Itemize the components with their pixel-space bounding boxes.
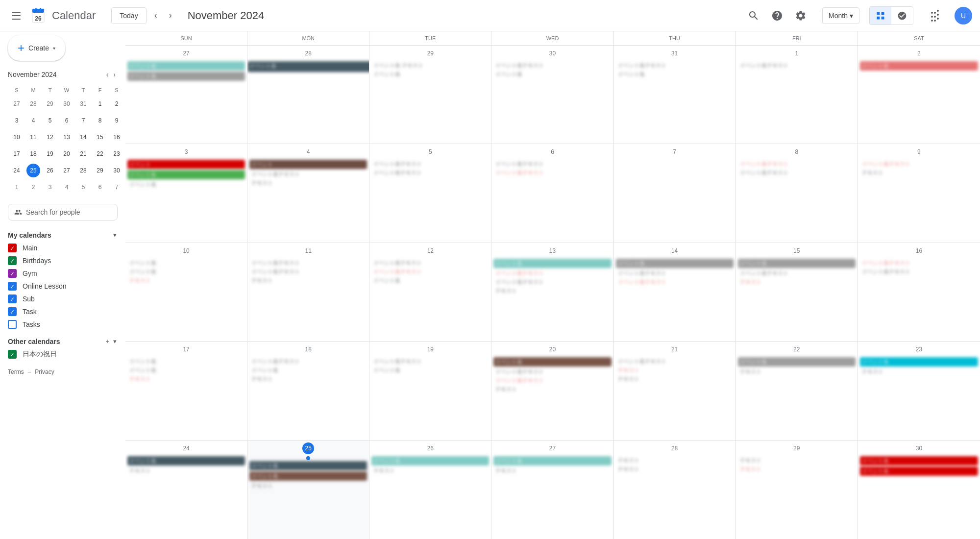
day-22[interactable]: 22 イベント名 テキスト bbox=[736, 342, 858, 440]
mini-cal-day[interactable]: 31 bbox=[76, 97, 90, 111]
create-button[interactable]: + Create ▾ bbox=[8, 35, 65, 61]
mini-cal-day[interactable]: 4 bbox=[60, 180, 74, 194]
day-14[interactable]: 14 イベント名 イベント名テキスト イベント名テキスト bbox=[614, 243, 736, 341]
event-w5d2-allday[interactable]: イベント名 bbox=[249, 461, 367, 470]
mini-cal-next[interactable]: › bbox=[111, 69, 118, 80]
mini-cal-day-cell[interactable]: 28 bbox=[75, 163, 91, 178]
day-number-nov2[interactable]: 2 bbox=[913, 48, 925, 59]
event-w5d4-allday[interactable]: イベント名 bbox=[493, 456, 611, 466]
mini-cal-day-cell[interactable]: 6 bbox=[59, 113, 74, 128]
day-29b[interactable]: 29 テキスト テキスト bbox=[736, 441, 858, 539]
event-w4d7-1[interactable]: テキスト bbox=[860, 368, 978, 376]
day-15[interactable]: 15 イベント名 イベント名テキスト テキスト bbox=[736, 243, 858, 341]
event-w3d1-3[interactable]: テキスト bbox=[127, 276, 245, 285]
day-number-23[interactable]: 23 bbox=[913, 343, 925, 355]
day-number-oct28[interactable]: 28 bbox=[302, 48, 314, 59]
mini-cal-day-cell[interactable]: 29 bbox=[42, 96, 58, 112]
event-w1d4-2[interactable]: イベント名 bbox=[493, 70, 611, 78]
day-16[interactable]: 16 イベント名テキスト イベント名テキスト bbox=[858, 243, 980, 341]
mini-cal-day-cell[interactable]: 14 bbox=[75, 129, 91, 145]
mini-cal-day[interactable]: 15 bbox=[93, 130, 107, 144]
day-number-12[interactable]: 12 bbox=[424, 245, 436, 257]
mini-cal-day[interactable]: 22 bbox=[93, 147, 107, 161]
mini-cal-day[interactable]: 3 bbox=[43, 180, 57, 194]
month-view-button[interactable]: Month ▾ bbox=[822, 7, 859, 24]
event-w3d4-1[interactable]: イベント名テキスト bbox=[493, 269, 611, 277]
event-w3d1-2[interactable]: イベント名 bbox=[127, 268, 245, 276]
help-button[interactable] bbox=[767, 6, 787, 25]
event-w5d2-allday2[interactable]: イベント名 bbox=[249, 471, 367, 481]
event-w4d5-3[interactable]: テキスト bbox=[616, 375, 734, 383]
event-w3d2-1[interactable]: イベント名テキスト bbox=[249, 259, 367, 267]
event-w5d6-1[interactable]: テキスト bbox=[738, 456, 856, 465]
event-w1d2-small[interactable]: ​ bbox=[249, 73, 367, 80]
day-number-10[interactable]: 10 bbox=[180, 245, 192, 257]
day-4[interactable]: 4 イベント イベント名テキスト テキスト bbox=[247, 144, 369, 242]
mini-cal-day[interactable]: 4 bbox=[26, 114, 40, 127]
mini-cal-day[interactable]: 2 bbox=[26, 180, 40, 194]
event-w1-span-dark[interactable]: イベント名 bbox=[247, 61, 369, 72]
day-10[interactable]: 10 イベント名 イベント名 テキスト bbox=[125, 243, 247, 341]
mini-cal-day-cell[interactable]: 18 bbox=[25, 146, 41, 162]
day-number-9[interactable]: 9 bbox=[913, 146, 925, 158]
event-w4d4-1[interactable]: イベント名テキスト bbox=[493, 368, 611, 376]
day-27b[interactable]: 27 イベント名 テキスト bbox=[491, 441, 613, 539]
account-avatar[interactable]: U bbox=[955, 7, 972, 24]
day-number-27b[interactable]: 27 bbox=[546, 442, 558, 454]
event-w5d5-1[interactable]: テキスト bbox=[616, 456, 734, 465]
day-number-3[interactable]: 3 bbox=[180, 146, 192, 158]
event-w5d7-allday2[interactable]: イベント名 bbox=[860, 466, 978, 476]
mini-cal-day-cell[interactable]: 5 bbox=[42, 113, 58, 128]
mini-cal-day[interactable]: 18 bbox=[26, 147, 40, 161]
day-nov2[interactable]: 2 イベント名 bbox=[858, 46, 980, 144]
mini-cal-day[interactable]: 5 bbox=[76, 180, 90, 194]
day-oct31[interactable]: 31 イベント名テキスト イベント名 bbox=[614, 46, 736, 144]
mini-cal-day[interactable]: 28 bbox=[76, 164, 90, 177]
mini-cal-day[interactable]: 2 bbox=[110, 97, 123, 111]
mini-cal-day-cell[interactable]: 3 bbox=[9, 113, 24, 128]
day-number-7[interactable]: 7 bbox=[669, 146, 681, 158]
event-w1d3-2[interactable]: イベント名 bbox=[371, 70, 489, 78]
event-w5d1-1[interactable]: テキスト bbox=[127, 466, 245, 475]
day-7[interactable]: 7 bbox=[614, 144, 736, 242]
mini-cal-day-cell[interactable]: 28 bbox=[25, 96, 41, 112]
mini-cal-day[interactable]: 16 bbox=[110, 130, 123, 144]
mini-cal-day-cell[interactable]: 2 bbox=[25, 179, 41, 195]
event-w4d7-allday[interactable]: イベント名 bbox=[860, 357, 978, 367]
day-20[interactable]: 20 イベント名 イベント名テキスト イベント名テキスト テキスト bbox=[491, 342, 613, 440]
mini-cal-day[interactable]: 27 bbox=[60, 164, 74, 177]
mini-cal-day[interactable]: 25 bbox=[26, 164, 40, 177]
event-w3d4-allday[interactable]: イベント名 bbox=[493, 259, 611, 268]
mini-cal-day-cell[interactable]: 3 bbox=[42, 179, 58, 195]
mini-cal-day[interactable]: 30 bbox=[110, 164, 123, 177]
day-30[interactable]: 30 イベント名 イベント名 bbox=[858, 441, 980, 539]
mini-cal-day-cell[interactable]: 8 bbox=[92, 113, 108, 128]
event-w2d6-2[interactable]: イベント名テキスト bbox=[738, 169, 856, 177]
event-w2d6-1[interactable]: イベント名テキスト bbox=[738, 160, 856, 168]
event-w3d7-1[interactable]: イベント名テキスト bbox=[860, 259, 978, 267]
event-w2d1-1[interactable]: イベント bbox=[127, 160, 245, 169]
my-calendars-toggle[interactable]: ▾ bbox=[112, 230, 118, 240]
mini-cal-day-cell[interactable]: 9 bbox=[109, 113, 124, 128]
day-oct27[interactable]: 27 イベント名 イベント名 bbox=[125, 46, 247, 144]
event-w3d6-allday[interactable]: イベント名 bbox=[738, 259, 856, 268]
event-w1d5-2[interactable]: イベント名 bbox=[616, 70, 734, 78]
mini-cal-day-cell[interactable]: 29 bbox=[92, 163, 108, 178]
today-button[interactable]: Today bbox=[111, 7, 146, 24]
event-w1d6-1[interactable]: イベント名テキスト bbox=[738, 61, 856, 70]
event-w3d2-3[interactable]: テキスト bbox=[249, 276, 367, 285]
mini-cal-day-cell[interactable]: 12 bbox=[42, 129, 58, 145]
grid-view-button[interactable] bbox=[870, 7, 891, 24]
day-number-25[interactable]: 25 bbox=[302, 442, 314, 454]
event-w2d2-3[interactable]: テキスト bbox=[249, 179, 367, 187]
day-number-22[interactable]: 22 bbox=[791, 343, 803, 355]
day-3[interactable]: 3 イベント イベント名 イベント名 bbox=[125, 144, 247, 242]
day-oct30[interactable]: 30 イベント名テキスト イベント名 bbox=[491, 46, 613, 144]
event-w1d4-1[interactable]: イベント名テキスト bbox=[493, 61, 611, 70]
day-23[interactable]: 23 イベント名 テキスト bbox=[858, 342, 980, 440]
mini-cal-day-cell[interactable]: 6 bbox=[92, 179, 108, 195]
event-w4d6-1[interactable]: テキスト bbox=[738, 368, 856, 376]
day-number-5[interactable]: 5 bbox=[424, 146, 436, 158]
mini-cal-day-cell[interactable]: 11 bbox=[25, 129, 41, 145]
day-number-20[interactable]: 20 bbox=[546, 343, 558, 355]
